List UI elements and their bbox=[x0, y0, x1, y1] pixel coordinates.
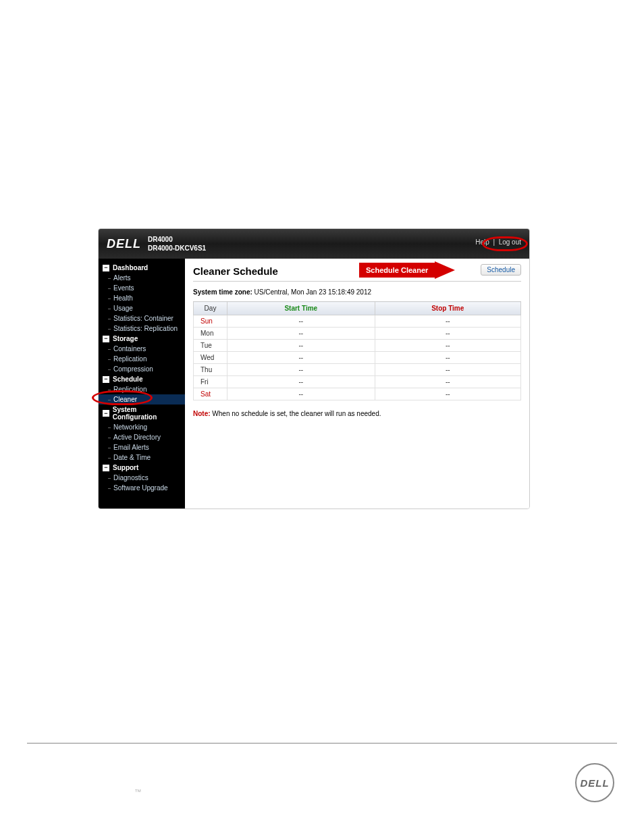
start-cell: -- bbox=[227, 315, 375, 328]
header-links: Help | Log out bbox=[475, 238, 521, 246]
col-stop: Stop Time bbox=[375, 302, 520, 315]
collapse-icon[interactable]: − bbox=[103, 376, 109, 383]
stop-cell: -- bbox=[375, 315, 520, 328]
content-header: Cleaner Schedule bbox=[193, 265, 521, 282]
nav-item[interactable]: Diagnostics bbox=[99, 473, 185, 483]
nav-item[interactable]: Cleaner bbox=[99, 394, 185, 405]
nav-group-header[interactable]: −Storage bbox=[99, 334, 185, 344]
day-cell: Sun bbox=[194, 315, 227, 328]
nav-item[interactable]: Statistics: Replication bbox=[99, 323, 185, 334]
page-title: Cleaner Schedule bbox=[193, 265, 278, 277]
col-start: Start Time bbox=[227, 302, 375, 315]
arrow-icon bbox=[435, 261, 455, 279]
app-window: DELL DR4000 DR4000-DKCV6S1 Help | Log ou… bbox=[98, 228, 530, 509]
nav-item[interactable]: Statistics: Container bbox=[99, 313, 185, 323]
callout-label: Schedule Cleaner bbox=[359, 263, 435, 278]
nav-group-header[interactable]: −Dashboard bbox=[99, 263, 185, 273]
start-cell: -- bbox=[227, 352, 375, 364]
start-cell: -- bbox=[227, 364, 375, 376]
note-text: When no schedule is set, the cleaner wil… bbox=[212, 410, 381, 417]
timezone-line: System time zone: US/Central, Mon Jan 23… bbox=[193, 288, 521, 296]
schedule-button[interactable]: Schedule bbox=[481, 264, 521, 276]
nav-item[interactable]: Compression bbox=[99, 364, 185, 374]
callout-arrow: Schedule Cleaner bbox=[359, 261, 455, 279]
day-cell: Thu bbox=[194, 364, 227, 376]
footer-logo: DELL bbox=[575, 763, 614, 802]
stop-cell: -- bbox=[375, 340, 520, 352]
footer-tm: TM bbox=[135, 789, 141, 793]
nav-item[interactable]: Date & Time bbox=[99, 452, 185, 463]
stop-cell: -- bbox=[375, 352, 520, 364]
nav-group-header[interactable]: −Support bbox=[99, 463, 185, 473]
nav-item[interactable]: Email Alerts bbox=[99, 442, 185, 452]
nav-item[interactable]: Networking bbox=[99, 422, 185, 432]
table-row: Fri---- bbox=[194, 376, 521, 388]
table-row: Tue---- bbox=[194, 340, 521, 352]
logout-link[interactable]: Log out bbox=[499, 238, 521, 246]
footer-rule bbox=[27, 743, 617, 744]
timezone-label: System time zone: bbox=[193, 288, 252, 296]
header-bar: DELL DR4000 DR4000-DKCV6S1 Help | Log ou… bbox=[99, 229, 529, 259]
start-cell: -- bbox=[227, 388, 375, 400]
nav-item[interactable]: Containers bbox=[99, 344, 185, 354]
day-cell: Mon bbox=[194, 328, 227, 340]
day-cell: Sat bbox=[194, 388, 227, 400]
collapse-icon[interactable]: − bbox=[103, 410, 109, 417]
table-row: Wed---- bbox=[194, 352, 521, 364]
start-cell: -- bbox=[227, 328, 375, 340]
start-cell: -- bbox=[227, 340, 375, 352]
collapse-icon[interactable]: − bbox=[103, 465, 109, 471]
nav-group-header[interactable]: −Schedule bbox=[99, 374, 185, 384]
nav-item[interactable]: Replication bbox=[99, 354, 185, 364]
sidebar: −DashboardAlertsEventsHealthUsageStatist… bbox=[99, 259, 185, 509]
col-day: Day bbox=[194, 302, 227, 315]
stop-cell: -- bbox=[375, 328, 520, 340]
brand-logo: DELL bbox=[107, 237, 141, 251]
table-row: Thu---- bbox=[194, 364, 521, 376]
day-cell: Fri bbox=[194, 376, 227, 388]
nav-group-label: Dashboard bbox=[113, 264, 148, 271]
table-row: Sat---- bbox=[194, 388, 521, 400]
nav-group-label: Schedule bbox=[113, 375, 142, 383]
nav-group-label: System Configuration bbox=[113, 406, 181, 421]
nav-group-header[interactable]: −System Configuration bbox=[99, 405, 185, 422]
note-label: Note: bbox=[193, 410, 211, 417]
help-link[interactable]: Help bbox=[475, 238, 489, 246]
start-cell: -- bbox=[227, 376, 375, 388]
day-cell: Wed bbox=[194, 352, 227, 364]
collapse-icon[interactable]: − bbox=[103, 336, 109, 342]
timezone-value: US/Central, Mon Jan 23 15:18:49 2012 bbox=[254, 288, 371, 296]
content-area: Cleaner Schedule Schedule Cleaner Schedu… bbox=[185, 259, 529, 509]
stop-cell: -- bbox=[375, 388, 520, 400]
day-cell: Tue bbox=[194, 340, 227, 352]
product-name: DR4000 bbox=[148, 235, 206, 244]
collapse-icon[interactable]: − bbox=[103, 265, 109, 271]
nav-item[interactable]: Health bbox=[99, 293, 185, 303]
table-row: Sun---- bbox=[194, 315, 521, 328]
hostname: DR4000-DKCV6S1 bbox=[148, 244, 206, 253]
nav-item[interactable]: Replication bbox=[99, 384, 185, 394]
nav-item[interactable]: Software Upgrade bbox=[99, 483, 185, 493]
nav-item[interactable]: Active Directory bbox=[99, 432, 185, 442]
nav-item[interactable]: Usage bbox=[99, 303, 185, 313]
nav-group-label: Storage bbox=[113, 335, 138, 342]
table-row: Mon---- bbox=[194, 328, 521, 340]
note: Note: When no schedule is set, the clean… bbox=[193, 410, 521, 417]
header-titles: DR4000 DR4000-DKCV6S1 bbox=[148, 235, 206, 253]
schedule-table: Day Start Time Stop Time Sun----Mon----T… bbox=[193, 301, 521, 400]
nav-group-label: Support bbox=[113, 464, 138, 471]
nav-item[interactable]: Alerts bbox=[99, 273, 185, 283]
nav-item[interactable]: Events bbox=[99, 283, 185, 293]
stop-cell: -- bbox=[375, 364, 520, 376]
layout: −DashboardAlertsEventsHealthUsageStatist… bbox=[99, 259, 529, 509]
stop-cell: -- bbox=[375, 376, 520, 388]
